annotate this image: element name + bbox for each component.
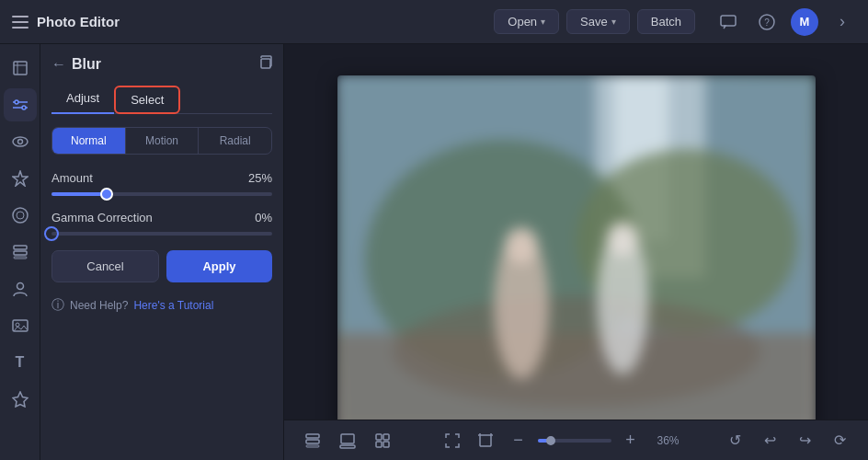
svg-text:?: ?	[764, 17, 770, 28]
open-chevron-icon: ▾	[541, 17, 545, 27]
blur-type-selector: Normal Motion Radial	[51, 127, 272, 155]
svg-point-23	[17, 283, 23, 290]
svg-rect-44	[340, 445, 355, 448]
history-btn[interactable]: ⟳	[826, 427, 853, 454]
gamma-value: 0%	[255, 211, 272, 224]
zoom-in-btn[interactable]: +	[617, 427, 645, 454]
canvas-area: − + 36% ↺ ↩ ↪ ⟳	[284, 44, 868, 460]
svg-point-16	[17, 140, 22, 144]
sidebar-crop-btn[interactable]	[4, 52, 37, 85]
tab-select[interactable]: Select	[114, 86, 180, 114]
copy-button[interactable]	[257, 55, 272, 73]
gamma-thumb[interactable]	[44, 226, 59, 241]
help-row: ⓘ Need Help? Here's a Tutorial	[51, 297, 272, 314]
svg-rect-46	[383, 434, 389, 440]
app-title: Photo Editor	[37, 14, 120, 29]
svg-rect-2	[12, 27, 29, 29]
sidebar-layers-btn[interactable]	[4, 236, 37, 269]
help-button[interactable]: ?	[752, 7, 782, 37]
svg-rect-42	[306, 445, 319, 447]
zoom-level: 36%	[650, 434, 680, 447]
blur-normal-btn[interactable]: Normal	[52, 128, 126, 154]
undo-btn[interactable]: ↩	[756, 427, 783, 454]
svg-point-9	[15, 100, 18, 104]
svg-point-18	[13, 208, 28, 223]
bottom-center-tools: − + 36%	[439, 427, 680, 454]
save-chevron-icon: ▾	[611, 17, 616, 27]
topbar: Photo Editor Open ▾ Save ▾ Batch ? M ›	[0, 0, 868, 44]
sidebar-filter-btn[interactable]	[4, 199, 37, 232]
cancel-button[interactable]: Cancel	[51, 250, 159, 282]
svg-rect-1	[12, 21, 29, 23]
svg-rect-43	[341, 434, 354, 443]
apply-button[interactable]: Apply	[166, 250, 272, 282]
amount-thumb[interactable]	[100, 188, 113, 201]
grid-toolbar-btn[interactable]	[369, 427, 396, 454]
sidebar-sticker-btn[interactable]	[4, 383, 37, 416]
svg-rect-40	[306, 434, 319, 438]
bottom-toolbar: − + 36% ↺ ↩ ↪ ⟳	[284, 420, 868, 460]
layers-toolbar-btn[interactable]	[299, 427, 326, 454]
zoom-out-btn[interactable]: −	[505, 427, 532, 454]
open-button[interactable]: Open ▾	[494, 9, 559, 34]
stamp-toolbar-btn[interactable]	[334, 427, 361, 454]
avatar[interactable]: M	[791, 8, 818, 36]
svg-rect-22	[14, 257, 27, 259]
tab-adjust[interactable]: Adjust	[51, 86, 114, 114]
rotate-btn[interactable]: ↺	[721, 427, 748, 454]
bottom-right-tools: ↺ ↩ ↪ ⟳	[721, 427, 853, 454]
svg-point-19	[17, 212, 24, 219]
tutorial-link[interactable]: Here's a Tutorial	[133, 299, 213, 312]
svg-point-12	[22, 106, 26, 109]
amount-value: 25%	[248, 171, 272, 185]
save-button[interactable]: Save ▾	[566, 9, 630, 34]
gamma-label: Gamma Correction	[51, 211, 153, 224]
gamma-track[interactable]	[51, 232, 272, 236]
bottom-left-tools	[299, 427, 396, 454]
svg-rect-45	[376, 434, 382, 440]
svg-rect-0	[12, 16, 29, 17]
amount-fill	[51, 192, 107, 196]
svg-rect-48	[383, 442, 389, 447]
blur-motion-btn[interactable]: Motion	[126, 128, 200, 154]
sidebar-people-btn[interactable]	[4, 272, 37, 305]
svg-rect-21	[14, 251, 27, 255]
zoom-track[interactable]	[538, 439, 611, 443]
svg-rect-27	[261, 59, 270, 68]
svg-rect-39	[337, 75, 816, 429]
blur-radial-btn[interactable]: Radial	[199, 128, 271, 154]
more-button[interactable]: ›	[828, 7, 857, 37]
panel: ← Blur Adjust Select Normal Motion Radia…	[40, 44, 284, 460]
amount-track[interactable]	[51, 192, 272, 196]
batch-button[interactable]: Batch	[637, 9, 695, 34]
amount-slider-section: Amount 25%	[51, 171, 272, 196]
fit-screen-btn[interactable]	[439, 427, 466, 454]
svg-marker-17	[13, 171, 28, 186]
svg-rect-20	[14, 246, 27, 249]
canvas-image-wrapper[interactable]	[337, 75, 816, 429]
topbar-right: ? M ›	[714, 7, 857, 37]
main-body: T ← Blur Adjust Select Normal	[0, 44, 868, 460]
icon-sidebar: T	[0, 44, 40, 460]
canvas-image	[337, 75, 816, 429]
sidebar-magic-btn[interactable]	[4, 162, 37, 195]
svg-rect-6	[14, 62, 27, 75]
zoom-thumb[interactable]	[546, 436, 555, 445]
svg-point-15	[13, 137, 28, 146]
svg-rect-41	[306, 440, 319, 443]
back-button[interactable]: ←	[51, 56, 66, 73]
svg-rect-47	[376, 442, 382, 447]
sidebar-eye-btn[interactable]	[4, 125, 37, 158]
tabs: Adjust Select	[51, 86, 272, 114]
svg-rect-49	[480, 435, 491, 446]
amount-label: Amount	[51, 171, 93, 185]
redo-btn[interactable]: ↪	[791, 427, 818, 454]
crop-mode-btn[interactable]	[472, 427, 499, 454]
sidebar-text-btn[interactable]: T	[4, 346, 37, 379]
sidebar-gallery-btn[interactable]	[4, 309, 37, 342]
panel-title: Blur	[72, 56, 257, 73]
sidebar-adjust-btn[interactable]	[4, 88, 37, 121]
message-button[interactable]	[714, 7, 743, 37]
menu-icon[interactable]	[11, 13, 29, 31]
svg-rect-3	[721, 16, 736, 26]
